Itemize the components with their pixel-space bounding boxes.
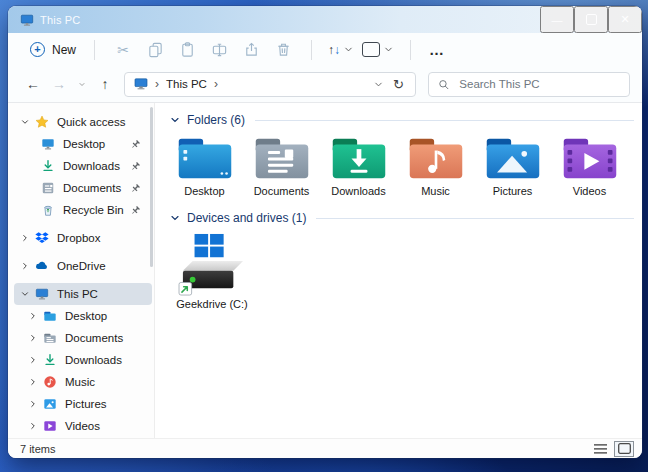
- cut-button[interactable]: ✂: [107, 37, 139, 63]
- desktop-icon: [41, 137, 55, 151]
- folder-tile-documents[interactable]: Documents: [246, 135, 317, 197]
- maximize-button[interactable]: [574, 6, 608, 33]
- breadcrumb-this-pc[interactable]: This PC: [166, 78, 207, 90]
- sidebar-item-pc-pictures[interactable]: Pictures: [14, 393, 152, 415]
- sidebar-item-label: Documents: [65, 332, 123, 344]
- paste-button[interactable]: [171, 37, 203, 63]
- close-button[interactable]: ✕: [608, 6, 642, 33]
- address-bar-row: ← → ↑ › This PC › ↻: [8, 66, 642, 103]
- copy-icon: [147, 41, 164, 58]
- sort-button[interactable]: ↑ ↓: [324, 43, 358, 57]
- folder-tile-music[interactable]: Music: [400, 135, 471, 197]
- rename-icon: [211, 41, 228, 58]
- large-icons-view-button[interactable]: [614, 441, 634, 457]
- forward-button[interactable]: →: [46, 71, 72, 97]
- chevron-right-icon: [28, 399, 38, 409]
- list-view-icon: [594, 444, 607, 454]
- sidebar-item-desktop-pinned[interactable]: Desktop: [14, 133, 152, 155]
- sidebar-item-pc-desktop[interactable]: Desktop: [14, 305, 152, 327]
- file-explorer-window: This PC — ✕ + New ✂: [8, 6, 642, 458]
- sidebar-item-this-pc[interactable]: This PC: [14, 283, 152, 305]
- minimize-button[interactable]: —: [540, 6, 574, 33]
- folder-tile-pictures[interactable]: Pictures: [477, 135, 548, 197]
- sidebar-item-pc-downloads[interactable]: Downloads: [14, 349, 152, 371]
- rename-button[interactable]: [203, 37, 235, 63]
- toolbar-divider: [311, 40, 312, 60]
- sidebar-item-pc-music[interactable]: Music: [14, 371, 152, 393]
- videos-folder-icon: [560, 135, 620, 182]
- share-button[interactable]: [235, 37, 267, 63]
- pictures-folder-icon: [483, 135, 543, 182]
- refresh-button[interactable]: ↻: [391, 77, 406, 92]
- address-breadcrumb-bar[interactable]: › This PC › ↻: [124, 72, 416, 97]
- search-input[interactable]: [457, 77, 620, 91]
- content-pane: Folders (6) Desktop: [154, 103, 642, 438]
- command-toolbar: + New ✂: [8, 33, 642, 66]
- shortcut-arrow-badge: [179, 282, 192, 295]
- recent-locations-button[interactable]: [72, 71, 92, 97]
- items-count: 7 items: [20, 443, 55, 455]
- folders-grid: Desktop Documents: [169, 135, 634, 197]
- folder-tile-videos[interactable]: Videos: [554, 135, 625, 197]
- sidebar-item-dropbox[interactable]: Dropbox: [14, 227, 152, 249]
- folder-label: Desktop: [184, 185, 224, 197]
- sidebar-scrollbar[interactable]: [150, 107, 153, 267]
- details-view-button[interactable]: [590, 441, 610, 457]
- folders-section-header[interactable]: Folders (6): [169, 111, 634, 129]
- sidebar-item-pc-documents[interactable]: Documents: [14, 327, 152, 349]
- star-icon: [35, 115, 49, 129]
- drive-tile-geekdrive-c[interactable]: Geekdrive (C:): [169, 233, 255, 310]
- delete-button[interactable]: [267, 37, 299, 63]
- pictures-icon: [43, 397, 57, 411]
- back-button[interactable]: ←: [20, 71, 46, 97]
- music-folder-icon: [406, 135, 466, 182]
- see-more-button[interactable]: …: [423, 41, 451, 58]
- downloads-folder-icon: [329, 135, 389, 182]
- folder-label: Pictures: [493, 185, 533, 197]
- sidebar-item-pc-videos[interactable]: Videos: [14, 415, 152, 437]
- sidebar-item-label: Quick access: [57, 116, 125, 128]
- sidebar-item-documents-pinned[interactable]: Documents: [14, 177, 152, 199]
- breadcrumb-separator: ›: [155, 77, 159, 91]
- chevron-down-icon: [383, 44, 394, 55]
- this-pc-monitor-icon: [20, 13, 34, 27]
- folder-label: Music: [421, 185, 450, 197]
- view-button[interactable]: [358, 42, 398, 57]
- chevron-down-icon: [343, 44, 354, 55]
- sidebar-item-label: Downloads: [65, 354, 122, 366]
- folder-label: Downloads: [331, 185, 385, 197]
- copy-button[interactable]: [139, 37, 171, 63]
- sidebar-item-downloads-pinned[interactable]: Downloads: [14, 155, 152, 177]
- chevron-right-icon: [28, 311, 38, 321]
- drives-grid: Geekdrive (C:): [169, 233, 634, 310]
- sidebar-item-label: OneDrive: [57, 260, 106, 272]
- sidebar-item-onedrive[interactable]: OneDrive: [14, 255, 152, 277]
- documents-folder-icon: [252, 135, 312, 182]
- windows-logo-icon: [195, 234, 224, 257]
- search-icon: [438, 78, 449, 91]
- paste-icon: [179, 41, 196, 58]
- folder-tile-desktop[interactable]: Desktop: [169, 135, 240, 197]
- folder-tile-downloads[interactable]: Downloads: [323, 135, 394, 197]
- address-dropdown-chevron-icon[interactable]: [373, 79, 384, 90]
- navigation-pane: Quick access Desktop Downloads Documents…: [8, 103, 154, 438]
- folders-section-label: Folders (6): [187, 113, 245, 127]
- new-button[interactable]: + New: [24, 38, 82, 61]
- drive-label: Geekdrive (C:): [176, 298, 248, 310]
- up-button[interactable]: ↑: [92, 71, 118, 97]
- sidebar-item-label: Documents: [63, 182, 121, 194]
- document-icon: [41, 181, 55, 195]
- window-title: This PC: [40, 14, 81, 26]
- devices-section-header[interactable]: Devices and drives (1): [169, 209, 634, 227]
- explorer-body: Quick access Desktop Downloads Documents…: [8, 103, 642, 438]
- videos-icon: [43, 419, 57, 433]
- sidebar-item-quick-access[interactable]: Quick access: [14, 111, 152, 133]
- sidebar-item-recycle-bin-pinned[interactable]: Recycle Bin: [14, 199, 152, 221]
- sidebar-item-label: This PC: [57, 288, 98, 300]
- recycle-bin-icon: [41, 203, 55, 217]
- section-divider-line: [316, 218, 634, 219]
- view-layout-icon: [362, 42, 380, 57]
- folder-label: Documents: [254, 185, 310, 197]
- plus-circle-icon: +: [30, 42, 45, 57]
- sidebar-item-label: Music: [65, 376, 95, 388]
